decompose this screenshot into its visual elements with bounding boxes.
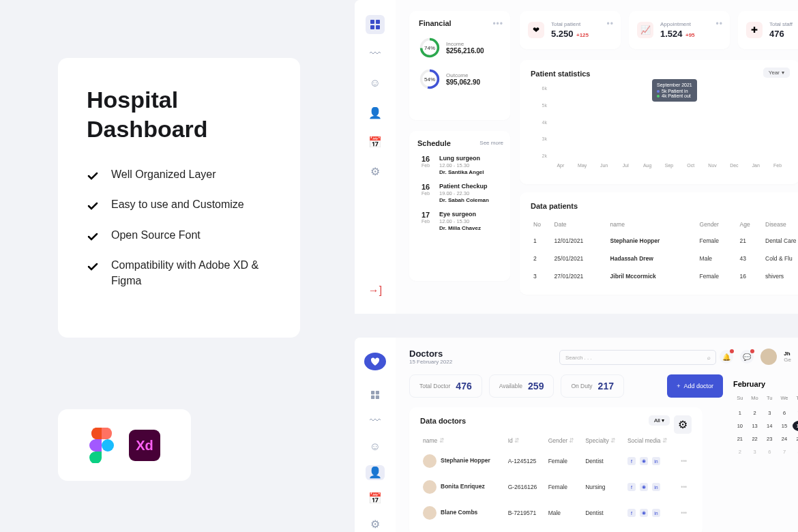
notification-icon[interactable]: 🔔	[720, 350, 733, 364]
svg-rect-13	[371, 391, 374, 394]
calendar-day[interactable]: 23	[763, 434, 776, 444]
period-dropdown[interactable]: Year ▾	[763, 68, 790, 78]
facebook-icon[interactable]: f	[627, 457, 636, 465]
svg-point-0	[102, 439, 114, 452]
linkedin-icon[interactable]: in	[652, 509, 660, 517]
calendar-day[interactable]: 1	[733, 408, 747, 418]
nav-dashboard-icon[interactable]	[366, 15, 385, 34]
nav-person-icon[interactable]: 👤	[366, 103, 385, 122]
logout-icon[interactable]: →]	[366, 281, 385, 300]
svg-rect-15	[371, 396, 374, 399]
calendar-day[interactable]: 22	[748, 434, 762, 444]
instagram-icon[interactable]: ◉	[640, 457, 648, 465]
instagram-icon[interactable]: ◉	[640, 483, 648, 491]
calendar-day[interactable]: 2	[748, 408, 762, 418]
calendar-day[interactable]: 3	[763, 408, 776, 418]
dashboard-main: 〰 ☺ 👤 📅 ⚙ →] Financial ••• 74% Income$25…	[355, 0, 798, 314]
outcome-ring: 54%	[419, 68, 441, 90]
schedule-card: Schedule See more 16FebLung surgeon12.00…	[409, 131, 510, 281]
table-row[interactable]: Blane CombsB-7219571MaleDentistf◉in•••	[420, 500, 692, 526]
table-settings-icon[interactable]: ⚙	[674, 415, 692, 434]
more-icon[interactable]: ••	[716, 19, 723, 29]
nav-user-circle-icon[interactable]: ☺	[366, 74, 385, 93]
calendar-day[interactable]: 8	[793, 447, 798, 457]
calendar-day[interactable]: 10	[733, 421, 747, 431]
calendar-day[interactable]: 7	[793, 408, 798, 418]
nav-calendar-icon[interactable]: 📅	[366, 490, 385, 506]
calendar-day[interactable]: 7	[778, 447, 791, 457]
filter-dropdown[interactable]: All ▾	[649, 415, 670, 426]
more-icon[interactable]: ••	[607, 19, 614, 29]
nav-person-icon[interactable]: 👤	[366, 465, 385, 481]
feature-item: Compatibility with Adobe XD & Figma	[87, 258, 271, 289]
svg-text:74%: 74%	[424, 45, 435, 51]
nav-activity-icon[interactable]: 〰	[366, 413, 385, 429]
nav-user-circle-icon[interactable]: ☺	[366, 439, 385, 455]
svg-text:Xd: Xd	[136, 438, 153, 453]
stat-card: ❤Total patient5.250 +125••	[520, 11, 621, 49]
schedule-item[interactable]: 16FebLung surgeon12.00 - 15.30Dr. Santik…	[417, 155, 502, 175]
more-icon[interactable]: •••	[678, 474, 692, 500]
nav-activity-icon[interactable]: 〰	[366, 44, 385, 63]
table-row[interactable]: 225/01/2021Hadassah DrewMale43Cold & Flu…	[531, 250, 798, 267]
calendar-day[interactable]: 6	[778, 408, 791, 418]
nav-calendar-icon[interactable]: 📅	[366, 132, 385, 151]
svg-rect-16	[376, 396, 379, 399]
table-row[interactable]: 327/01/2021Jibril MccormickFemale16shive…	[531, 267, 798, 285]
more-icon[interactable]: •••	[678, 448, 692, 474]
calendar-day[interactable]: 13	[748, 421, 762, 431]
calendar-day[interactable]: 2	[733, 447, 747, 457]
nav-settings-icon[interactable]: ⚙	[366, 162, 385, 181]
doctor-avatar	[423, 506, 437, 520]
doctor-avatar	[423, 454, 437, 468]
nav-dashboard-icon[interactable]	[366, 387, 385, 403]
nav-settings-icon[interactable]: ⚙	[366, 516, 385, 532]
stat-icon: ✚	[746, 22, 763, 38]
linkedin-icon[interactable]: in	[652, 483, 660, 491]
message-icon[interactable]: 💬	[740, 350, 754, 364]
search-input[interactable]: Search . . . ⌕	[559, 350, 716, 365]
feature-item: Open Source Font	[87, 228, 271, 243]
see-more-link[interactable]: See more	[479, 140, 503, 146]
summary-box: On Duty217	[561, 374, 624, 398]
table-row[interactable]: 112/01/2021Stephanie HopperFemale21Denta…	[531, 232, 798, 250]
table-row[interactable]: Bonita EnriquezG-2616126FemaleNursingf◉i…	[420, 474, 692, 500]
sidebar-a: 〰 ☺ 👤 📅 ⚙ →]	[355, 0, 396, 314]
svg-text:54%: 54%	[424, 76, 435, 83]
linkedin-icon[interactable]: in	[652, 457, 660, 465]
feature-item: Well Organized Layer	[87, 167, 271, 182]
more-icon[interactable]: •••	[492, 19, 503, 29]
table-row[interactable]: Stephanie HopperA-1245125FemaleDentistf◉…	[420, 448, 692, 474]
stat-icon: ❤	[528, 22, 544, 38]
calendar-day[interactable]: 16	[793, 421, 798, 431]
calendar-day[interactable]: 6	[763, 447, 776, 457]
facebook-icon[interactable]: f	[627, 483, 636, 491]
doctor-avatar	[423, 480, 437, 494]
more-icon[interactable]: •••	[678, 500, 692, 526]
doctors-table-card: Data doctors All ▾ ⚙ name ⇵Id ⇵Gender ⇵S…	[409, 407, 703, 532]
chart-tooltip: September 2021 5k Patient in 4k Patient …	[652, 79, 697, 102]
calendar-day[interactable]: 21	[733, 434, 747, 444]
svg-rect-14	[376, 391, 379, 394]
calendar-day[interactable]: 15	[778, 421, 791, 431]
calendar-widget: February SuMoTuWeTh303112367891013141516…	[733, 380, 798, 457]
sidebar-b: 〰 ☺ 👤 📅 ⚙	[355, 338, 396, 532]
schedule-item[interactable]: 17FebEye surgeon12.00 - 15.30Dr. Milla C…	[417, 211, 502, 231]
summary-box: Available259	[489, 374, 555, 398]
financial-card: Financial ••• 74% Income$256,216.00 54% …	[409, 11, 510, 120]
add-doctor-button[interactable]: +Add doctor	[667, 374, 723, 398]
calendar-day[interactable]: 3	[748, 447, 762, 457]
svg-rect-3	[370, 20, 374, 24]
calendar-day[interactable]: 27	[793, 434, 798, 444]
user-avatar[interactable]	[760, 349, 777, 365]
stat-card: ✚Total staff476 ••	[738, 11, 798, 49]
instagram-icon[interactable]: ◉	[640, 509, 648, 517]
facebook-icon[interactable]: f	[627, 509, 636, 517]
calendar-day[interactable]: 14	[763, 421, 776, 431]
calendar-day[interactable]: 24	[778, 434, 791, 444]
feature-item: Easy to use and Customize	[87, 197, 271, 212]
app-logo[interactable]	[364, 353, 386, 370]
svg-rect-5	[370, 25, 374, 29]
bar-chart: September 2021 5k Patient in 4k Patient …	[531, 86, 788, 168]
schedule-item[interactable]: 16FebPatient Checkup19.00 - 22.30Dr. Sab…	[417, 183, 502, 203]
